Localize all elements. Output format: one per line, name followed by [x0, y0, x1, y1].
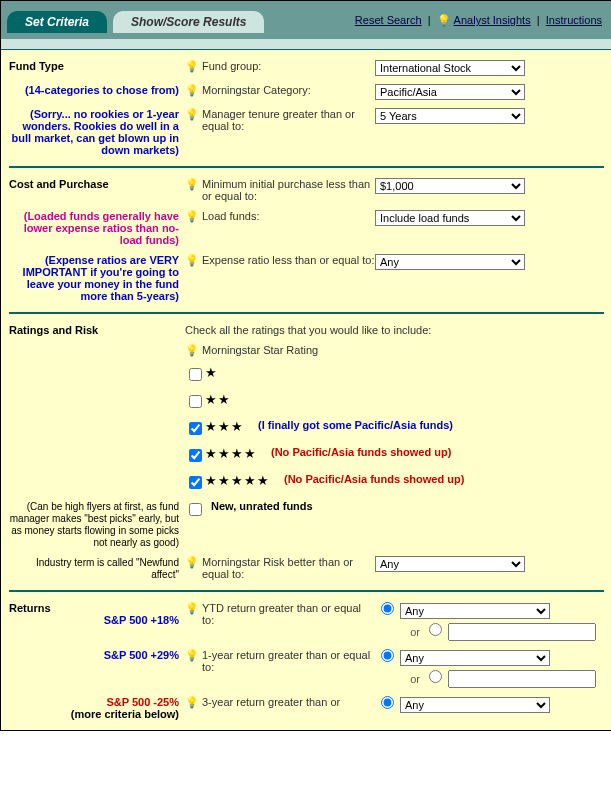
star-5-note: (No Pacific/Asia funds showed up)	[284, 473, 464, 485]
note-highflyers: (Can be high flyers at first, as fund ma…	[10, 501, 179, 548]
note-rookies: (Sorry... no rookies or 1-year wonders. …	[12, 108, 179, 156]
yr3-select[interactable]: Any	[400, 697, 550, 713]
section-cost-title: Cost and Purchase	[9, 178, 185, 190]
or-text: or	[410, 626, 420, 638]
star-4-note: (No Pacific/Asia funds showed up)	[271, 446, 451, 458]
top-links: Reset Search | 💡Analyst Insights | Instr…	[264, 14, 611, 33]
more-criteria: (more criteria below)	[71, 708, 179, 720]
ytd-select[interactable]: Any	[400, 603, 550, 619]
ytd-custom-input[interactable]	[448, 623, 596, 641]
load-label: Load funds:	[202, 210, 260, 222]
fund-group-select[interactable]: International Stock	[375, 60, 525, 76]
bulb-icon: 💡	[185, 696, 199, 709]
yr3-radio-any[interactable]	[381, 696, 394, 709]
bulb-icon: 💡	[437, 14, 451, 27]
bulb-icon: 💡	[185, 602, 199, 615]
star-4-icon: ★★★★	[205, 446, 257, 461]
bulb-icon: 💡	[185, 254, 199, 267]
section-returns-title: Returns	[9, 602, 51, 614]
bulb-icon: 💡	[185, 60, 199, 73]
star-2-checkbox[interactable]	[189, 395, 202, 408]
tenure-select[interactable]: 5 Years	[375, 108, 525, 124]
min-initial-label: Minimum initial purchase less than or eq…	[202, 178, 375, 202]
min-initial-select[interactable]: $1,000	[375, 178, 525, 194]
section-fund-type-title: Fund Type	[9, 60, 185, 72]
ytd-radio-any[interactable]	[381, 602, 394, 615]
star-4-checkbox[interactable]	[189, 449, 202, 462]
note-newfund: Industry term is called "Newfund affect"	[36, 557, 179, 580]
bulb-icon: 💡	[185, 178, 199, 191]
star-1-icon: ★	[205, 365, 218, 380]
yr1-radio-custom[interactable]	[429, 670, 442, 683]
star-3-icon: ★★★	[205, 419, 244, 434]
sp500-ytd: S&P 500 +18%	[104, 614, 179, 626]
yr1-radio-any[interactable]	[381, 649, 394, 662]
sp500-3yr: S&P 500 -25%	[106, 696, 179, 708]
bulb-icon: 💡	[185, 108, 199, 121]
fund-group-label: Fund group:	[202, 60, 261, 72]
risk-label: Morningstar Risk better than or equal to…	[202, 556, 375, 580]
note-loaded: (Loaded funds generally have lower expen…	[24, 210, 179, 246]
load-select[interactable]: Include load funds	[375, 210, 525, 226]
note-categories: (14-categories to chose from)	[25, 84, 179, 96]
bulb-icon: 💡	[185, 556, 199, 569]
bulb-icon: 💡	[185, 84, 199, 97]
section-ratings-title: Ratings and Risk	[9, 324, 185, 336]
new-unrated-label: New, unrated funds	[211, 500, 313, 512]
sp500-1yr: S&P 500 +29%	[104, 649, 179, 661]
ytd-label: YTD return greater than or equal to:	[202, 602, 375, 626]
star-2-icon: ★★	[205, 392, 231, 407]
star-5-checkbox[interactable]	[189, 476, 202, 489]
yr1-custom-input[interactable]	[448, 670, 596, 688]
tab-set-criteria[interactable]: Set Criteria	[7, 11, 107, 33]
instructions-link[interactable]: Instructions	[546, 14, 602, 26]
tenure-label: Manager tenure greater than or equal to:	[202, 108, 375, 132]
expense-select[interactable]: Any	[375, 254, 525, 270]
star-1-checkbox[interactable]	[189, 368, 202, 381]
star-rating-label: Morningstar Star Rating	[202, 344, 318, 356]
bulb-icon: 💡	[185, 210, 199, 223]
ratings-intro: Check all the ratings that you would lik…	[185, 324, 431, 336]
new-unrated-checkbox[interactable]	[189, 503, 202, 516]
risk-select[interactable]: Any	[375, 556, 525, 572]
bulb-icon: 💡	[185, 344, 199, 357]
tab-show-score[interactable]: Show/Score Results	[113, 11, 264, 33]
star-5-icon: ★★★★★	[205, 473, 270, 488]
ytd-radio-custom[interactable]	[429, 623, 442, 636]
star-3-checkbox[interactable]	[189, 422, 202, 435]
category-label: Morningstar Category:	[202, 84, 311, 96]
star-3-note: (I finally got some Pacific/Asia funds)	[258, 419, 453, 431]
yr1-select[interactable]: Any	[400, 650, 550, 666]
yr3-label: 3-year return greater than or	[202, 696, 340, 708]
reset-search-link[interactable]: Reset Search	[355, 14, 422, 26]
category-select[interactable]: Pacific/Asia	[375, 84, 525, 100]
analyst-insights-link[interactable]: Analyst Insights	[454, 14, 531, 26]
expense-label: Expense ratio less than or equal to:	[202, 254, 374, 266]
note-expense: (Expense ratios are VERY IMPORTANT if yo…	[23, 254, 179, 302]
yr1-label: 1-year return greater than or equal to:	[202, 649, 375, 673]
bulb-icon: 💡	[185, 649, 199, 662]
or-text: or	[410, 673, 420, 685]
